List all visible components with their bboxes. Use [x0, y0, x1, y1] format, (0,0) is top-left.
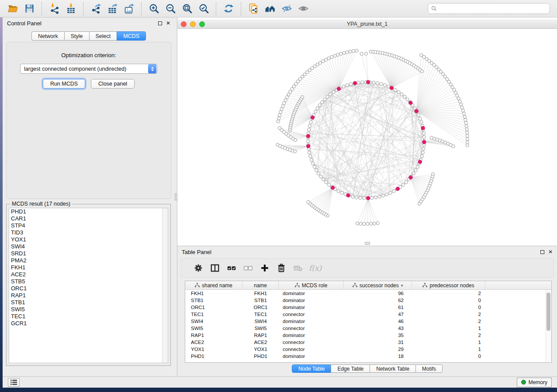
canvas-resize-grip[interactable] [365, 242, 370, 245]
table-cell: 47 [344, 312, 412, 317]
result-list-item[interactable]: PHD1 [9, 208, 168, 215]
tab-motifs[interactable]: Motifs [415, 364, 443, 373]
result-list-item[interactable]: TEC1 [9, 313, 168, 320]
column-header-shared-name[interactable]: shared name [185, 281, 242, 289]
result-list-item[interactable]: SRD1 [9, 250, 168, 257]
delete-column-trash-icon[interactable] [273, 261, 290, 275]
hide-selected-eye-icon[interactable] [278, 2, 295, 16]
table-row[interactable]: PHD1PHD1dominator180 [185, 353, 546, 360]
table-cell: dominator [279, 333, 344, 338]
result-list-item[interactable]: TID3 [9, 229, 168, 236]
export-network-icon[interactable] [87, 2, 104, 16]
search-input[interactable] [439, 6, 547, 12]
close-panel-icon[interactable]: ✕ [548, 250, 553, 254]
column-type-icon [195, 283, 200, 288]
table-cell: SWI4 [185, 319, 242, 324]
export-image-icon[interactable] [121, 2, 137, 16]
result-list-item[interactable]: FKH1 [9, 264, 168, 271]
zoom-selected-icon[interactable] [195, 2, 212, 16]
table-row[interactable]: SWI4SWI4dominator462 [185, 318, 546, 325]
network-canvas[interactable] [177, 29, 557, 246]
tab-network[interactable]: Network [31, 31, 65, 41]
result-list-item[interactable]: YOX1 [9, 236, 168, 243]
table-panel-title: Table Panel [182, 249, 211, 255]
zoom-in-icon[interactable] [145, 2, 162, 16]
table-cell: 0 [412, 354, 485, 359]
column-header-successor-nodes[interactable]: successor nodes ▾ [344, 281, 412, 289]
result-list-item[interactable]: STB5 [9, 278, 168, 285]
tab-node-table[interactable]: Node Table [292, 364, 332, 373]
criterion-select[interactable]: largest connected component (undirected) [20, 64, 157, 74]
show-all-eye-icon[interactable] [295, 2, 311, 16]
result-list-item[interactable]: STP4 [9, 222, 168, 229]
result-list-item[interactable]: GCR1 [9, 320, 168, 327]
column-header-mcds-role[interactable]: MCDS role [279, 281, 344, 289]
result-list-item[interactable]: SWI5 [9, 306, 168, 313]
select-all-icon[interactable] [223, 261, 240, 275]
home-icon[interactable] [262, 2, 278, 16]
table-cell: connector [279, 326, 344, 331]
tab-style[interactable]: Style [64, 31, 90, 41]
close-panel-icon[interactable]: ✕ [166, 21, 170, 25]
tab-mcds[interactable]: MCDS [117, 31, 146, 41]
table-panel: Table Panel ✕ f(x) [177, 246, 557, 376]
column-header-predecessor-nodes[interactable]: predecessor nodes [412, 281, 485, 289]
result-list-item[interactable]: ACE2 [9, 271, 168, 278]
result-list-item[interactable]: STB1 [9, 299, 168, 306]
table-row[interactable]: ACE2ACE2connector311 [185, 339, 546, 346]
result-list-item[interactable]: ORC1 [9, 285, 168, 292]
network-window-titlebar: YPA_prune.txt_1 [177, 19, 557, 29]
export-table-icon[interactable] [104, 2, 121, 16]
float-panel-icon[interactable] [158, 21, 162, 25]
clear-table-icon[interactable] [290, 261, 306, 275]
table-cell: 2 [412, 291, 485, 296]
function-builder-icon[interactable]: f(x) [309, 264, 322, 272]
table-cell: SWI5 [185, 326, 242, 331]
table-cell: 61 [344, 305, 412, 310]
table-row[interactable]: STB1STB1dominator620 [185, 297, 546, 304]
table-cell: 1 [412, 340, 485, 345]
tab-edge-table[interactable]: Edge Table [331, 364, 370, 373]
table-scrollbar[interactable] [546, 290, 551, 362]
table-cell: ORC1 [185, 305, 242, 310]
float-panel-icon[interactable] [540, 250, 544, 254]
table-row[interactable]: YOX1YOX1connector291 [185, 346, 546, 353]
import-network-icon[interactable] [46, 2, 62, 16]
table-row[interactable]: FKH1FKH1dominator962 [185, 290, 546, 297]
table-cell: 31 [344, 340, 412, 345]
table-scrollbar-thumb[interactable] [547, 292, 550, 331]
tab-select[interactable]: Select [89, 31, 118, 41]
refresh-icon[interactable] [220, 2, 237, 16]
close-panel-button[interactable]: Close panel [91, 79, 135, 89]
import-table-icon[interactable] [62, 2, 79, 16]
table-row[interactable]: TEC1TEC1connector472 [185, 311, 546, 318]
mcds-result-groupbox: MCDS result (17 nodes) PHD1CAR1STP4TID3Y… [6, 204, 171, 366]
zoom-fit-icon[interactable] [179, 2, 195, 16]
result-list-item[interactable]: CAR1 [9, 215, 168, 222]
add-column-icon[interactable] [256, 261, 273, 275]
deselect-all-icon[interactable] [240, 261, 256, 275]
table-cell: 0 [412, 298, 485, 303]
split-pane-icon[interactable] [207, 261, 223, 275]
table-row[interactable]: ORC1ORC1dominator610 [185, 304, 546, 311]
column-header-name[interactable]: name [242, 281, 279, 289]
result-list-scrollbar[interactable] [162, 208, 168, 363]
open-folder-icon[interactable] [4, 2, 21, 16]
mcds-result-list: PHD1CAR1STP4TID3YOX1SWI4SRD1PMA2FKH1ACE2… [9, 208, 168, 363]
settings-gear-icon[interactable] [190, 261, 207, 275]
run-mcds-button[interactable]: Run MCDS [43, 79, 85, 89]
result-list-item[interactable]: RAP1 [9, 292, 168, 299]
table-cell: 43 [344, 326, 412, 331]
memory-button[interactable]: Memory [517, 378, 552, 387]
clone-network-icon[interactable] [245, 2, 262, 16]
table-row[interactable]: RAP1RAP1dominator352 [185, 332, 546, 339]
table-cell: TEC1 [242, 312, 279, 317]
result-list-item[interactable]: SWI4 [9, 243, 168, 250]
table-cell: 62 [344, 298, 412, 303]
table-row[interactable]: SWI5SWI5connector431 [185, 325, 546, 332]
result-list-item[interactable]: PMA2 [9, 257, 168, 264]
save-icon[interactable] [21, 2, 38, 16]
tab-network-table[interactable]: Network Table [370, 364, 416, 373]
zoom-out-icon[interactable] [162, 2, 179, 16]
task-history-button[interactable] [8, 378, 20, 387]
